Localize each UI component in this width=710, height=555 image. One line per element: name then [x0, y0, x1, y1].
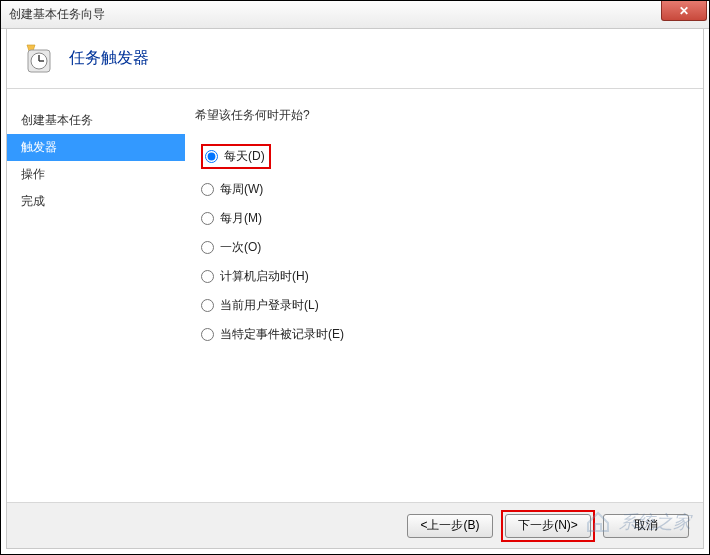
- trigger-option: 每周(W): [201, 181, 263, 198]
- window-body: 任务触发器 创建基本任务触发器操作完成 希望该任务何时开始? 每天(D)每周(W…: [6, 28, 704, 549]
- content-area: 创建基本任务触发器操作完成 希望该任务何时开始? 每天(D)每周(W)每月(M)…: [7, 89, 703, 502]
- cancel-button[interactable]: 取消: [603, 514, 689, 538]
- trigger-radio-label[interactable]: 当特定事件被记录时(E): [220, 326, 344, 343]
- header-section: 任务触发器: [7, 29, 703, 89]
- trigger-radio-label[interactable]: 每天(D): [224, 148, 265, 165]
- trigger-option-row: 每周(W): [195, 175, 693, 204]
- clock-icon: [23, 43, 55, 75]
- trigger-option-row: 每月(M): [195, 204, 693, 233]
- trigger-radio-label[interactable]: 每周(W): [220, 181, 263, 198]
- trigger-radio[interactable]: [205, 150, 218, 163]
- trigger-option-row: 每天(D): [195, 138, 693, 175]
- trigger-options: 每天(D)每周(W)每月(M)一次(O)计算机启动时(H)当前用户登录时(L)当…: [195, 138, 693, 349]
- sidebar: 创建基本任务触发器操作完成: [7, 89, 185, 502]
- back-button[interactable]: <上一步(B): [407, 514, 493, 538]
- sidebar-item-step-0[interactable]: 创建基本任务: [7, 107, 185, 134]
- main-panel: 希望该任务何时开始? 每天(D)每周(W)每月(M)一次(O)计算机启动时(H)…: [185, 89, 703, 502]
- close-button[interactable]: ✕: [661, 1, 707, 21]
- trigger-option-row: 计算机启动时(H): [195, 262, 693, 291]
- trigger-radio[interactable]: [201, 299, 214, 312]
- trigger-option: 一次(O): [201, 239, 261, 256]
- trigger-radio-label[interactable]: 每月(M): [220, 210, 262, 227]
- close-icon: ✕: [679, 4, 689, 18]
- trigger-radio-label[interactable]: 计算机启动时(H): [220, 268, 309, 285]
- trigger-radio[interactable]: [201, 270, 214, 283]
- trigger-option: 当特定事件被记录时(E): [201, 326, 344, 343]
- sidebar-item-step-2[interactable]: 操作: [7, 161, 185, 188]
- trigger-option: 每月(M): [201, 210, 262, 227]
- page-title: 任务触发器: [69, 48, 149, 69]
- window-title: 创建基本任务向导: [9, 6, 105, 23]
- trigger-radio[interactable]: [201, 328, 214, 341]
- trigger-option: 当前用户登录时(L): [201, 297, 319, 314]
- next-button-highlight: 下一步(N)>: [501, 510, 595, 542]
- trigger-radio-label[interactable]: 当前用户登录时(L): [220, 297, 319, 314]
- titlebar: 创建基本任务向导 ✕: [1, 1, 709, 29]
- trigger-radio[interactable]: [201, 212, 214, 225]
- trigger-radio[interactable]: [201, 241, 214, 254]
- trigger-option-highlighted: 每天(D): [201, 144, 271, 169]
- trigger-option-row: 一次(O): [195, 233, 693, 262]
- trigger-radio-label[interactable]: 一次(O): [220, 239, 261, 256]
- footer: <上一步(B)下一步(N)>取消: [7, 502, 703, 548]
- sidebar-item-step-1[interactable]: 触发器: [7, 134, 185, 161]
- trigger-option-row: 当前用户登录时(L): [195, 291, 693, 320]
- sidebar-item-step-3[interactable]: 完成: [7, 188, 185, 215]
- trigger-option-row: 当特定事件被记录时(E): [195, 320, 693, 349]
- trigger-prompt: 希望该任务何时开始?: [195, 107, 693, 124]
- trigger-option: 计算机启动时(H): [201, 268, 309, 285]
- trigger-radio[interactable]: [201, 183, 214, 196]
- next-button[interactable]: 下一步(N)>: [505, 514, 591, 538]
